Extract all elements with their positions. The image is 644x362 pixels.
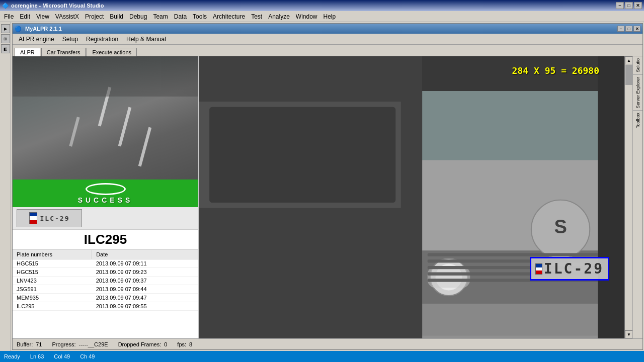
- status-bar: Buffer: 71 Progress: -----__C29E Dropped…: [13, 338, 642, 349]
- plate-overlay: ILC-29: [530, 257, 609, 281]
- dropped-status: Dropped Frames: 0: [118, 341, 168, 347]
- menu-view[interactable]: View: [33, 12, 52, 21]
- menu-project[interactable]: Project: [82, 12, 107, 21]
- date-cell: 2013.09.09 07:09:44: [92, 285, 198, 294]
- date-cell: 2013.09.09 07:09:37: [92, 277, 198, 285]
- solution-label[interactable]: Solutio: [635, 56, 641, 74]
- svg-rect-13: [428, 253, 609, 256]
- dim-text: 284 X 95 = 26980: [512, 65, 599, 76]
- success-bar: SUCCESS: [13, 179, 198, 207]
- plate-cell: LNV423: [13, 277, 92, 285]
- svg-rect-4: [401, 155, 624, 261]
- alpr-menu-help[interactable]: Help & Manual: [122, 35, 170, 44]
- menu-debug[interactable]: Debug: [126, 12, 150, 21]
- alpr-menu-registration[interactable]: Registration: [82, 35, 122, 44]
- scroll-up-arrow[interactable]: ▲: [625, 56, 633, 64]
- menu-edit[interactable]: Edit: [17, 12, 33, 21]
- table-row: HGC5152013.09.09 07:09:23: [13, 268, 198, 277]
- success-oval-icon: [86, 183, 126, 195]
- vs-status-ready: Ready: [4, 353, 20, 359]
- alpr-menu-setup[interactable]: Setup: [58, 35, 82, 44]
- vs-statusbar: Ready Ln 63 Col 49 Ch 49: [0, 351, 644, 362]
- scroll-thumb[interactable]: [625, 65, 632, 85]
- vs-title-bar: 🔷 ocrengine - Microsoft Visual Studio − …: [0, 0, 644, 11]
- plate-table-body: HGC5152013.09.09 07:09:11HGC5152013.09.0…: [13, 259, 198, 311]
- sidebar-icon-2[interactable]: ⊞: [1, 34, 10, 43]
- far-right-sidebar: Solutio Server Explorer Toolbox: [632, 56, 642, 338]
- myalpr-maximize-button[interactable]: □: [625, 26, 632, 32]
- vs-maximize-button[interactable]: □: [625, 2, 633, 9]
- tab-execute-actions[interactable]: Execute actions: [87, 48, 137, 56]
- menu-window[interactable]: Window: [293, 12, 320, 21]
- date-cell: 2013.09.09 07:09:47: [92, 294, 198, 302]
- plate-strip: ILC-29: [13, 207, 198, 230]
- plate-image: ILC-29: [17, 209, 82, 227]
- plate-table-container: Plate numbers Date HGC5152013.09.09 07:0…: [13, 250, 198, 338]
- menu-tools[interactable]: Tools: [190, 12, 210, 21]
- plate-number-display: ILC295: [13, 230, 198, 250]
- menu-help[interactable]: Help: [320, 12, 339, 21]
- road-background: [13, 56, 198, 179]
- table-row: LNV4232013.09.09 07:09:37: [13, 277, 198, 285]
- fps-value: 8: [189, 341, 192, 347]
- server-explorer-label[interactable]: Server Explorer: [635, 75, 641, 111]
- myalpr-close-button[interactable]: ✕: [633, 26, 640, 32]
- menu-file[interactable]: File: [1, 12, 17, 21]
- table-row: ILC2952013.09.09 07:09:55: [13, 302, 198, 311]
- plate-cell: HGC515: [13, 259, 92, 268]
- buffer-status: Buffer: 71: [17, 341, 42, 347]
- vs-status-col: Col 49: [54, 353, 70, 359]
- menu-architecture[interactable]: Architecture: [210, 12, 248, 21]
- vs-icon: 🔷: [2, 3, 9, 9]
- menu-data[interactable]: Data: [171, 12, 190, 21]
- sidebar-icon-3[interactable]: ◧: [1, 44, 10, 53]
- plate-image-inner: ILC-29: [29, 212, 70, 224]
- menu-test[interactable]: Test: [248, 12, 265, 21]
- progress-label: Progress:: [52, 341, 75, 347]
- menu-build[interactable]: Build: [107, 12, 126, 21]
- vs-title: ocrengine - Microsoft Visual Studio: [11, 3, 104, 9]
- myalpr-tabbar: ALPR Car Transfers Execute actions: [13, 45, 642, 56]
- tab-alpr[interactable]: ALPR: [15, 48, 40, 56]
- car-svg: S: [199, 56, 624, 338]
- progress-status: Progress: -----__C29E: [52, 341, 108, 347]
- plate-overlay-text: ILC-29: [544, 260, 604, 277]
- date-cell: 2013.09.09 07:09:11: [92, 259, 198, 268]
- dropped-value: 0: [164, 341, 167, 347]
- myalpr-minimize-button[interactable]: −: [617, 26, 624, 32]
- car-view: S: [199, 56, 624, 338]
- menu-analyze[interactable]: Analyze: [265, 12, 293, 21]
- camera-view-left: [13, 56, 198, 179]
- date-cell: 2013.09.09 07:09:23: [92, 268, 198, 277]
- alpr-menu-engine[interactable]: ALPR engine: [15, 35, 58, 44]
- myalpr-icon: 🔵: [15, 26, 22, 32]
- plate-table: Plate numbers Date HGC5152013.09.09 07:0…: [13, 250, 198, 311]
- menu-vassistx[interactable]: VAssistX: [52, 12, 82, 21]
- tab-car-transfers[interactable]: Car Transfers: [41, 48, 86, 56]
- left-sidebar: ▶ ⊞ ◧: [0, 22, 11, 351]
- plate-image-text: ILC-29: [40, 215, 70, 222]
- myalpr-titlebar-controls[interactable]: − □ ✕: [617, 26, 640, 32]
- vs-minimize-button[interactable]: −: [616, 2, 624, 9]
- sidebar-icon-1[interactable]: ▶: [1, 24, 10, 33]
- buffer-label: Buffer:: [17, 341, 33, 347]
- myalpr-menubar: ALPR engine Setup Registration Help & Ma…: [13, 34, 642, 45]
- col-date: Date: [92, 250, 198, 259]
- table-row: MEM9352013.09.09 07:09:47: [13, 294, 198, 302]
- svg-rect-5: [390, 91, 624, 160]
- content-area: SUCCESS ILC-29 ILC295: [13, 56, 642, 338]
- svg-text:S: S: [554, 216, 567, 237]
- myalpr-window: 🔵 MyALPR 2.1.1 − □ ✕ ALPR engine Setup R…: [12, 23, 643, 350]
- scroll-down-arrow[interactable]: ▼: [625, 330, 633, 338]
- menu-team[interactable]: Team: [150, 12, 171, 21]
- toolbox-label[interactable]: Toolbox: [635, 111, 641, 130]
- vs-close-button[interactable]: ✕: [634, 2, 642, 9]
- vs-menubar: File Edit View VAssistX Project Build De…: [0, 11, 644, 22]
- table-row: JSG5912013.09.09 07:09:44: [13, 285, 198, 294]
- progress-value: -----__C29E: [79, 341, 108, 347]
- col-plate-numbers: Plate numbers: [13, 250, 92, 259]
- right-panel: S: [199, 56, 624, 338]
- title-bar-controls[interactable]: − □ ✕: [616, 2, 642, 9]
- svg-rect-11: [428, 266, 470, 288]
- vs-body: ▶ ⊞ ◧ 🔵 MyALPR 2.1.1 − □ ✕ ALPR engine: [0, 22, 644, 351]
